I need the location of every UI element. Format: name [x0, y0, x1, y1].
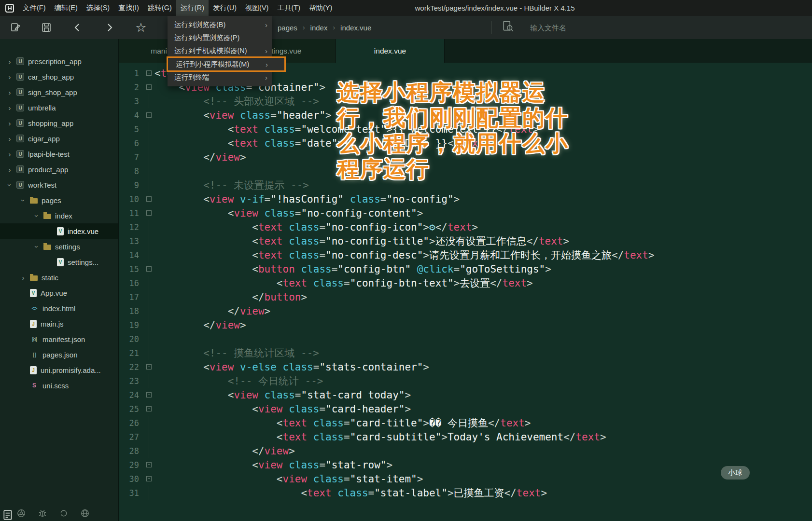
- code-line[interactable]: 19 </view>: [119, 318, 812, 332]
- fold-marker-icon[interactable]: [143, 402, 154, 416]
- chevron-right-icon[interactable]: ›: [5, 104, 14, 112]
- chevron-right-icon[interactable]: ›: [5, 88, 14, 96]
- status-browser-icon[interactable]: [16, 508, 26, 520]
- code-line[interactable]: 21 <!-- 摸鱼统计区域 -->: [119, 346, 812, 360]
- tree-item[interactable]: [o]manifest.json: [0, 331, 118, 347]
- fold-marker-icon[interactable]: [143, 388, 154, 402]
- code-line[interactable]: 17 </button>: [119, 290, 812, 304]
- menubar-item[interactable]: 跳转(G): [143, 0, 176, 16]
- breadcrumb-item[interactable]: index.vue: [340, 24, 371, 32]
- code-line[interactable]: 27 <text class="card-subtitle">Today's A…: [119, 430, 812, 444]
- fold-marker-icon[interactable]: [143, 360, 154, 374]
- file-search-icon[interactable]: [502, 20, 515, 35]
- menu-item-run-to-browser[interactable]: 运行到浏览器(B)›: [168, 18, 272, 31]
- fold-marker-icon[interactable]: [143, 66, 154, 80]
- tree-item[interactable]: Juni.promisify.ada...: [0, 362, 118, 378]
- fold-marker-icon[interactable]: [143, 192, 154, 206]
- menubar-item[interactable]: 帮助(Y): [305, 0, 336, 16]
- code-line[interactable]: 10 <view v-if="!hasConfig" class="no-con…: [119, 192, 812, 206]
- tree-item[interactable]: ›Ucar_shop_app: [0, 69, 118, 84]
- fold-marker-icon[interactable]: [143, 458, 154, 472]
- chevron-right-icon[interactable]: ›: [5, 150, 14, 158]
- code-line[interactable]: 20: [119, 332, 812, 346]
- fold-marker-icon[interactable]: [143, 262, 154, 276]
- fold-marker-icon[interactable]: [143, 206, 154, 220]
- console-panel-icon[interactable]: [2, 509, 14, 521]
- code-line[interactable]: 22 <view v-else class="stats-container">: [119, 360, 812, 374]
- menubar-item[interactable]: 工具(T): [273, 0, 305, 16]
- code-line[interactable]: 30 <view class="stat-item">: [119, 472, 812, 486]
- tree-item[interactable]: ›UworkTest: [0, 177, 118, 192]
- code-line[interactable]: 28 </view>: [119, 444, 812, 458]
- menubar-item[interactable]: 运行(R): [176, 0, 209, 16]
- tree-item[interactable]: ›Usign_shop_app: [0, 84, 118, 100]
- code-text: </button>: [154, 291, 307, 303]
- tree-item[interactable]: ›pages: [0, 192, 118, 208]
- status-globe-icon[interactable]: [80, 508, 90, 520]
- menubar-item[interactable]: 视图(V): [241, 0, 273, 16]
- code-line[interactable]: 11 <view class="no-config-content">: [119, 206, 812, 220]
- breadcrumb-item[interactable]: pages: [278, 24, 297, 32]
- menu-item-run-to-builtin-browser[interactable]: 运行到内置浏览器(P): [168, 31, 272, 44]
- navigate-back-button[interactable]: [69, 19, 86, 36]
- code-line[interactable]: 31 <text class="stat-label">已摸鱼工资</text>: [119, 486, 812, 500]
- tree-item[interactable]: Vsettings...: [0, 254, 118, 270]
- navigate-forward-button[interactable]: [100, 19, 118, 36]
- tab-index-vue[interactable]: index.vue: [336, 39, 445, 63]
- chevron-down-icon[interactable]: ›: [33, 242, 41, 251]
- new-file-button[interactable]: [7, 19, 24, 36]
- status-debug-icon[interactable]: [38, 508, 47, 520]
- filename-search-input[interactable]: [530, 20, 646, 35]
- code-line[interactable]: 15 <button class="config-btn" @click="go…: [119, 262, 812, 276]
- status-refresh-icon[interactable]: [59, 508, 69, 520]
- tree-item[interactable]: ›Uumbrella: [0, 100, 118, 115]
- tree-item[interactable]: [ ]pages.json: [0, 347, 118, 362]
- chevron-right-icon[interactable]: ›: [5, 119, 14, 127]
- code-line[interactable]: 29 <view class="stat-row">: [119, 458, 812, 472]
- chevron-right-icon[interactable]: ›: [5, 135, 14, 143]
- tree-item[interactable]: ›Ucigar_app: [0, 131, 118, 146]
- menubar-item[interactable]: 查找(I): [114, 0, 143, 16]
- tree-item[interactable]: ›index: [0, 208, 118, 223]
- fold-marker-icon[interactable]: [143, 108, 154, 122]
- chevron-down-icon[interactable]: ›: [33, 211, 41, 220]
- code-line[interactable]: 26 <text class="card-title">�� 今日摸鱼</tex…: [119, 416, 812, 430]
- tree-item[interactable]: ›Uprescription_app: [0, 54, 118, 69]
- code-line[interactable]: 18 </view>: [119, 304, 812, 318]
- breadcrumb-item[interactable]: index: [310, 24, 328, 32]
- code-line[interactable]: 23 <!-- 今日统计 -->: [119, 374, 812, 388]
- chevron-right-icon[interactable]: ›: [5, 73, 14, 81]
- tree-item[interactable]: ›Uproduct_app: [0, 162, 118, 177]
- menubar-item[interactable]: 发行(U): [209, 0, 241, 16]
- chevron-right-icon[interactable]: ›: [5, 165, 14, 174]
- menu-item-run-to-miniprogram-emulator[interactable]: 运行到小程序模拟器(M)›: [167, 56, 286, 72]
- menubar-item[interactable]: 文件(F): [18, 0, 50, 16]
- code-line[interactable]: 14 <text class="no-config-desc">请先设置月薪和工…: [119, 248, 812, 262]
- fold-marker-icon[interactable]: [143, 80, 154, 94]
- chevron-down-icon[interactable]: ›: [19, 195, 28, 205]
- tree-item[interactable]: Vindex.vue: [0, 223, 118, 239]
- tree-item[interactable]: Jmain.js: [0, 316, 118, 331]
- menu-item-run-to-phone-or-emulator[interactable]: 运行到手机或模拟器(N)›: [168, 44, 272, 57]
- tree-item[interactable]: ›static: [0, 270, 118, 285]
- menubar-item[interactable]: 编辑(E): [50, 0, 82, 16]
- code-line[interactable]: 16 <text class="config-btn-text">去设置</te…: [119, 276, 812, 290]
- chevron-down-icon[interactable]: ›: [6, 180, 14, 190]
- tree-item[interactable]: ›Ushopping_app: [0, 115, 118, 131]
- chevron-right-icon[interactable]: ›: [18, 274, 28, 282]
- tree-item[interactable]: Suni.scss: [0, 378, 118, 393]
- favorite-star-button[interactable]: ☆: [132, 19, 150, 36]
- fold-marker-icon[interactable]: [143, 472, 154, 486]
- tree-item[interactable]: VApp.vue: [0, 285, 118, 301]
- menu-item-run-to-terminal[interactable]: 运行到终端›: [168, 71, 272, 84]
- code-line[interactable]: 12 <text class="no-config-icon">⚙</text>: [119, 220, 812, 234]
- code-line[interactable]: 24 <view class="stat-card today">: [119, 388, 812, 402]
- tree-item[interactable]: ›Ulpapi-ble-test: [0, 146, 118, 162]
- save-button[interactable]: [38, 19, 55, 36]
- code-line[interactable]: 25 <view class="card-header">: [119, 402, 812, 416]
- chevron-right-icon[interactable]: ›: [5, 57, 14, 66]
- tree-item[interactable]: <>index.html: [0, 301, 118, 316]
- menubar-item[interactable]: 选择(S): [82, 0, 114, 16]
- tree-item[interactable]: ›settings: [0, 239, 118, 254]
- code-line[interactable]: 13 <text class="no-config-title">还没有设置工作…: [119, 234, 812, 248]
